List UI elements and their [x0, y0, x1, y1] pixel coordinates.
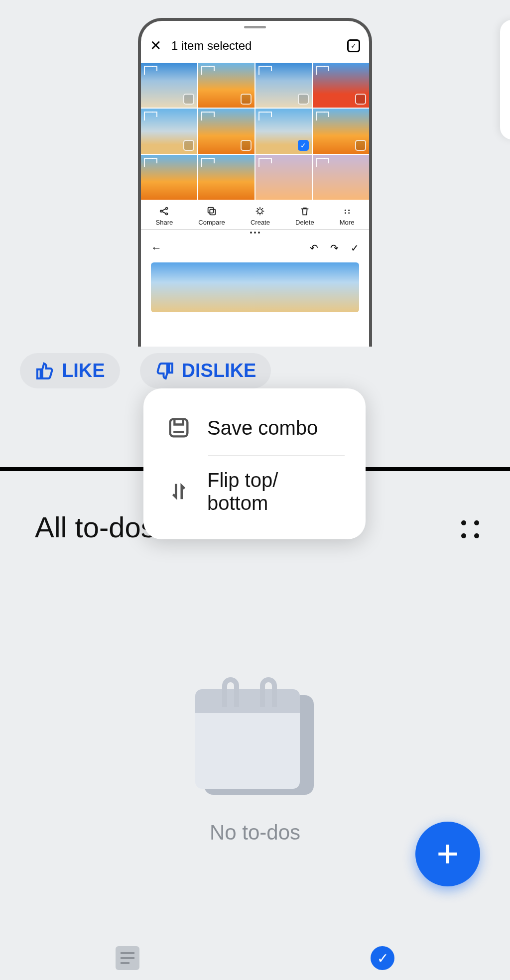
add-todo-button[interactable] [415, 822, 480, 886]
gallery-thumb[interactable] [313, 155, 369, 200]
gallery-thumb[interactable] [313, 63, 369, 108]
svg-point-0 [160, 210, 162, 212]
checkbox-checked-icon: ✓ [298, 140, 309, 151]
gallery-thumb[interactable] [141, 63, 197, 108]
dislike-button[interactable]: DISLIKE [140, 353, 271, 388]
feedback-row: LIKE DISLIKE [20, 353, 271, 388]
svg-rect-4 [210, 210, 215, 215]
nav-todos[interactable]: ✓ [371, 946, 394, 970]
image-preview [151, 262, 359, 312]
gallery-thumb[interactable] [255, 63, 312, 108]
toolbar-label: Create [251, 219, 270, 226]
redo-icon[interactable]: ↷ [330, 242, 339, 254]
thumbs-up-icon [35, 361, 55, 381]
save-icon [164, 413, 193, 442]
gallery-selection-header: ✕ 1 item selected ✓ [141, 28, 369, 63]
delete-button[interactable]: Delete [295, 205, 314, 226]
menu-item-flip[interactable]: Flip top/ bottom [143, 458, 366, 525]
toolbar-label: Compare [198, 219, 225, 226]
thumbs-down-icon [155, 361, 175, 381]
edge-panel-handle[interactable] [500, 20, 510, 139]
plus-icon [434, 840, 462, 868]
svg-point-5 [258, 209, 262, 214]
share-button[interactable]: Share [156, 205, 173, 226]
svg-point-1 [166, 208, 168, 210]
empty-state: No to-dos [195, 677, 315, 845]
context-menu: Save combo Flip top/ bottom [143, 388, 366, 539]
gallery-thumb[interactable] [198, 155, 255, 200]
compare-button[interactable]: Compare [198, 205, 225, 226]
toolbar-label: More [340, 219, 355, 226]
close-icon[interactable]: ✕ [150, 37, 161, 54]
gallery-thumb[interactable] [313, 109, 369, 153]
svg-rect-3 [208, 208, 214, 213]
menu-item-save-combo[interactable]: Save combo [143, 402, 366, 453]
gallery-grid: ✓ [141, 63, 369, 200]
compare-icon [205, 205, 218, 218]
gallery-thumb[interactable] [255, 155, 312, 200]
more-button[interactable]: More [340, 205, 355, 226]
flip-icon [164, 477, 193, 506]
gallery-thumb[interactable] [198, 109, 255, 153]
gallery-thumb[interactable] [198, 63, 255, 108]
editor-bar: ← ↶ ↷ ✓ [141, 236, 369, 260]
notes-icon [116, 946, 139, 970]
svg-point-6 [344, 210, 346, 211]
menu-label: Flip top/ bottom [207, 469, 278, 514]
svg-point-2 [166, 213, 168, 215]
select-all-icon[interactable]: ✓ [347, 39, 360, 52]
svg-point-7 [348, 210, 350, 211]
gallery-thumb[interactable]: ✓ [255, 109, 312, 153]
gallery-toolbar: Share Compare Create Delete More [141, 200, 369, 230]
back-icon[interactable]: ← [151, 242, 162, 254]
svg-point-8 [344, 212, 346, 214]
phone-side-button-icon [370, 150, 372, 210]
phone-preview-top: ✕ 1 item selected ✓ ✓ Share Compare [138, 18, 372, 347]
more-menu-icon[interactable] [461, 520, 480, 539]
menu-label: Save combo [207, 416, 318, 439]
calendar-icon [195, 677, 315, 797]
toolbar-label: Share [156, 219, 173, 226]
undo-icon[interactable]: ↶ [310, 242, 318, 254]
create-icon [254, 205, 266, 218]
empty-text: No to-dos [210, 821, 300, 845]
more-icon [341, 205, 354, 218]
gallery-thumb[interactable] [141, 155, 197, 200]
selection-title: 1 item selected [171, 39, 347, 53]
gallery-thumb[interactable] [141, 109, 197, 153]
svg-rect-10 [170, 419, 188, 437]
page-indicator-icon [141, 230, 369, 236]
trash-icon [298, 205, 311, 218]
svg-point-9 [348, 212, 350, 214]
share-icon [158, 205, 171, 218]
toolbar-label: Delete [295, 219, 314, 226]
check-circle-icon: ✓ [371, 946, 394, 970]
create-button[interactable]: Create [251, 205, 270, 226]
dislike-label: DISLIKE [182, 360, 256, 381]
bottom-nav: ✓ [0, 946, 510, 970]
menu-divider [208, 455, 345, 456]
nav-notes[interactable] [116, 946, 139, 970]
like-label: LIKE [62, 360, 105, 381]
page-title: All to-dos [35, 510, 155, 544]
like-button[interactable]: LIKE [20, 353, 120, 388]
confirm-icon[interactable]: ✓ [351, 242, 359, 254]
